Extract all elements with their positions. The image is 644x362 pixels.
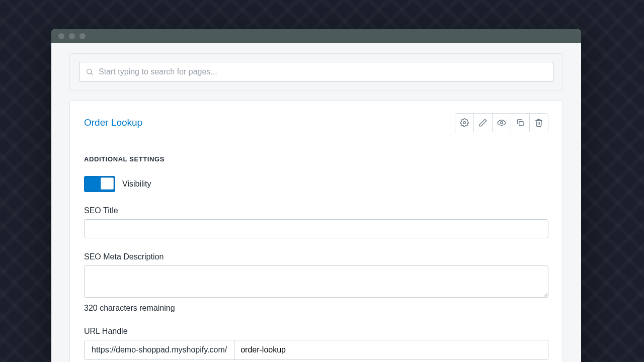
seo-meta-helper: 320 characters remaining xyxy=(84,304,548,313)
action-bar xyxy=(455,113,548,132)
window-dot-close[interactable] xyxy=(58,33,64,39)
visibility-row: Visibility xyxy=(84,176,548,192)
visibility-toggle[interactable] xyxy=(84,176,115,192)
page-title[interactable]: Order Lookup xyxy=(84,117,142,128)
visibility-label: Visibility xyxy=(122,179,151,189)
copy-icon xyxy=(516,118,525,127)
window-dot-minimize[interactable] xyxy=(69,33,75,39)
svg-rect-4 xyxy=(519,122,523,126)
app-body: Order Lookup xyxy=(51,53,581,362)
settings-button[interactable] xyxy=(455,114,473,132)
svg-line-1 xyxy=(91,73,93,75)
svg-point-2 xyxy=(463,122,466,124)
svg-point-3 xyxy=(501,122,503,124)
toggle-knob xyxy=(101,177,114,190)
search-icon xyxy=(86,68,94,76)
seo-meta-label: SEO Meta Description xyxy=(84,252,548,261)
pencil-icon xyxy=(478,118,488,127)
url-prefix: https://demo-shoppad.myshopify.com/ xyxy=(85,340,234,359)
app-window: Order Lookup xyxy=(51,29,581,362)
eye-icon xyxy=(497,118,506,127)
url-handle-input[interactable] xyxy=(234,340,548,359)
card-header: Order Lookup xyxy=(84,113,548,132)
window-titlebar xyxy=(51,29,581,43)
search-panel xyxy=(69,53,563,90)
svg-point-0 xyxy=(87,69,92,74)
url-handle-row: https://demo-shoppad.myshopify.com/ xyxy=(84,340,548,360)
url-handle-label: URL Handle xyxy=(84,327,548,336)
page-settings-card: Order Lookup xyxy=(69,101,563,362)
view-button[interactable] xyxy=(492,114,511,132)
seo-title-input[interactable] xyxy=(84,219,548,238)
trash-icon xyxy=(534,118,543,127)
window-dot-zoom[interactable] xyxy=(79,33,86,39)
section-header-additional-settings: ADDITIONAL SETTINGS xyxy=(84,155,548,163)
seo-meta-textarea[interactable] xyxy=(84,265,548,298)
gear-icon xyxy=(460,118,469,127)
duplicate-button[interactable] xyxy=(511,114,529,132)
seo-title-label: SEO Title xyxy=(84,206,548,215)
delete-button[interactable] xyxy=(529,114,548,132)
search-input[interactable] xyxy=(98,67,547,77)
search-input-wrapper[interactable] xyxy=(79,62,553,82)
edit-button[interactable] xyxy=(473,114,492,132)
